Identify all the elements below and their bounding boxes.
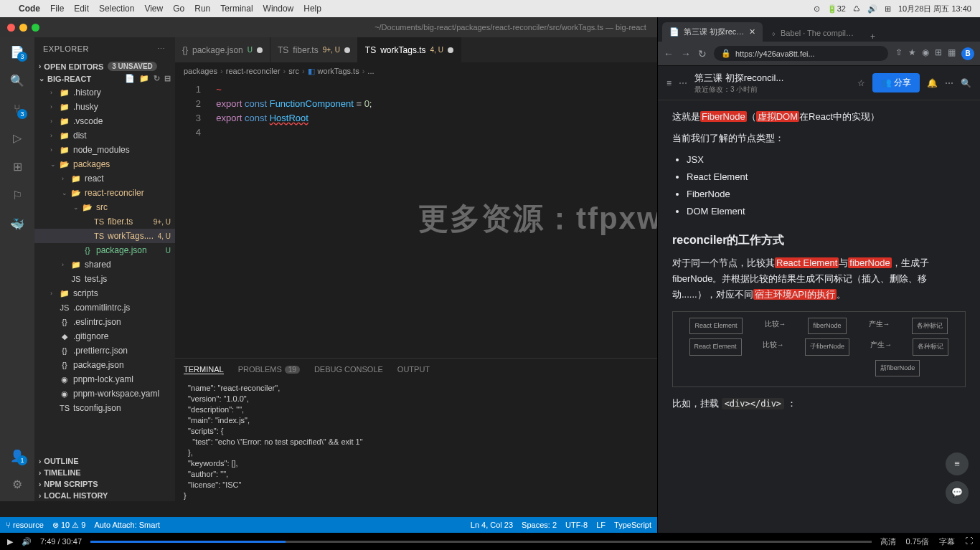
extensions-icon[interactable]: ⊞ bbox=[9, 158, 26, 175]
project-section[interactable]: ⌄BIG-REACT 📄📁↻⊟ bbox=[34, 72, 175, 85]
menu-terminal[interactable]: Terminal bbox=[220, 4, 253, 14]
menu-window[interactable]: Window bbox=[263, 4, 294, 14]
terminal-tab[interactable]: TERMINAL bbox=[184, 365, 224, 374]
docker-icon[interactable]: 🐳 bbox=[9, 215, 26, 232]
back-icon[interactable]: ← bbox=[664, 48, 674, 60]
open-editors-section[interactable]: ›OPEN EDITORS 3 UNSAVED bbox=[34, 60, 175, 72]
tree-item[interactable]: ⌄📂src bbox=[34, 200, 175, 214]
tree-item[interactable]: ›📁dist bbox=[34, 128, 175, 143]
play-button[interactable]: ▶ bbox=[7, 537, 13, 546]
status-spaces[interactable]: Spaces: 2 bbox=[522, 521, 557, 529]
extension-icon[interactable]: ⊞ bbox=[935, 47, 942, 60]
local-history-section[interactable]: ›LOCAL HISTORY bbox=[34, 490, 175, 501]
tree-item[interactable]: ›📁.husky bbox=[34, 100, 175, 114]
menu-run[interactable]: Run bbox=[194, 4, 210, 14]
browser-tab[interactable]: ⬨Babel · The compiler for... bbox=[764, 24, 864, 42]
menu-edit[interactable]: Edit bbox=[74, 4, 89, 14]
volume-icon[interactable]: 🔊 bbox=[867, 4, 877, 14]
menu-file[interactable]: File bbox=[50, 4, 64, 14]
status-eol[interactable]: LF bbox=[596, 521, 606, 529]
close-window-icon[interactable] bbox=[7, 24, 15, 32]
status-branch[interactable]: ⑂ resource bbox=[6, 521, 44, 529]
extension-icon[interactable]: ★ bbox=[908, 47, 916, 60]
new-folder-icon[interactable]: 📁 bbox=[139, 74, 149, 83]
minimize-window-icon[interactable] bbox=[19, 24, 27, 32]
tree-item[interactable]: ›📁scripts bbox=[34, 286, 175, 300]
tree-item[interactable]: ⌄📂packages bbox=[34, 157, 175, 171]
url-bar[interactable]: 🔒https://y426ava8tt.fei... bbox=[714, 46, 888, 61]
doc-search-icon[interactable]: 🔍 bbox=[961, 78, 971, 88]
tree-item[interactable]: ›📁.history bbox=[34, 85, 175, 100]
refresh-icon[interactable]: ↻ bbox=[154, 74, 160, 83]
tree-item[interactable]: TSfiber.ts9+, U bbox=[34, 214, 175, 229]
editor-tab[interactable]: {}package.jsonU bbox=[175, 37, 270, 62]
status-auto-attach[interactable]: Auto Attach: Smart bbox=[94, 521, 160, 529]
output-tab[interactable]: OUTPUT bbox=[397, 365, 430, 374]
video-quality[interactable]: 高清 bbox=[880, 536, 896, 547]
settings-icon[interactable]: ⚙ bbox=[9, 475, 26, 493]
status-cursor[interactable]: Ln 4, Col 23 bbox=[471, 521, 513, 529]
tree-item[interactable]: ◉pnpm-workspace.yaml bbox=[34, 387, 175, 401]
explorer-icon[interactable]: 📄3 bbox=[9, 43, 26, 60]
comment-button[interactable]: 💬 bbox=[946, 481, 969, 504]
editor-tab[interactable]: TSfiber.ts9+, U bbox=[270, 37, 358, 62]
wifi-icon[interactable]: ⊙ bbox=[814, 4, 820, 14]
status-errors[interactable]: ⊗ 10 ⚠ 9 bbox=[52, 521, 86, 530]
bluetooth-icon[interactable]: ♺ bbox=[853, 4, 860, 14]
close-tab-icon[interactable]: ✕ bbox=[749, 27, 755, 37]
video-subtitle[interactable]: 字幕 bbox=[939, 536, 955, 547]
tree-item[interactable]: ⌄📂react-reconciler bbox=[34, 186, 175, 200]
tree-item[interactable]: {}package.json bbox=[34, 358, 175, 372]
run-debug-icon[interactable]: ▷ bbox=[9, 129, 26, 146]
timeline-section[interactable]: ›TIMELINE bbox=[34, 467, 175, 478]
extension-icon[interactable]: ▦ bbox=[948, 47, 956, 60]
share-icon[interactable]: ⇧ bbox=[895, 47, 903, 60]
source-control-icon[interactable]: ⑂3 bbox=[9, 100, 26, 118]
tree-item[interactable]: {}.eslintrc.json bbox=[34, 315, 175, 329]
tree-item[interactable]: TSworkTags....4, U bbox=[34, 229, 175, 243]
video-progress[interactable] bbox=[90, 541, 871, 543]
app-name[interactable]: Code bbox=[19, 4, 40, 14]
tree-item[interactable]: ›📁shared bbox=[34, 257, 175, 272]
bookmark-icon[interactable]: ⚐ bbox=[9, 186, 26, 204]
menu-selection[interactable]: Selection bbox=[99, 4, 134, 14]
tree-item[interactable]: {}.prettierrc.json bbox=[34, 343, 175, 358]
tree-item[interactable]: ›📁.vscode bbox=[34, 114, 175, 128]
forward-icon[interactable]: → bbox=[681, 48, 691, 60]
menu-go[interactable]: Go bbox=[173, 4, 184, 14]
problems-tab[interactable]: PROBLEMS19 bbox=[238, 365, 300, 374]
tree-item[interactable]: ›📁react bbox=[34, 171, 175, 186]
collapse-icon[interactable]: ⊟ bbox=[164, 74, 171, 83]
toc-button[interactable]: ≡ bbox=[946, 452, 969, 475]
browser-tab-active[interactable]: 📄第三课 初探reconciler - ...✕ bbox=[662, 22, 763, 42]
tree-item[interactable]: ◉pnpm-lock.yaml bbox=[34, 372, 175, 387]
tree-item[interactable]: ◆.gitignore bbox=[34, 329, 175, 343]
reload-icon[interactable]: ↻ bbox=[698, 48, 707, 60]
search-icon[interactable]: 🔍 bbox=[9, 72, 26, 89]
star-icon[interactable]: ☆ bbox=[857, 78, 865, 88]
tree-item[interactable]: JS.commitlintrc.js bbox=[34, 300, 175, 315]
npm-scripts-section[interactable]: ›NPM SCRIPTS bbox=[34, 478, 175, 490]
extension-icon[interactable]: ◉ bbox=[922, 47, 929, 60]
debug-console-tab[interactable]: DEBUG CONSOLE bbox=[314, 365, 383, 374]
fullscreen-icon[interactable]: ⛶ bbox=[965, 536, 973, 547]
notification-icon[interactable]: 🔔 bbox=[927, 78, 938, 88]
volume-button[interactable]: 🔊 bbox=[22, 537, 32, 546]
doc-menu-icon[interactable]: ≡ bbox=[666, 78, 672, 88]
clock[interactable]: 10月28日 周五 13:40 bbox=[898, 4, 971, 14]
outline-section[interactable]: ›OUTLINE bbox=[34, 455, 175, 467]
share-button[interactable]: 👥 分享 bbox=[872, 73, 920, 93]
maximize-window-icon[interactable] bbox=[32, 24, 39, 32]
status-language[interactable]: TypeScript bbox=[614, 521, 651, 529]
control-center-icon[interactable]: ⊞ bbox=[885, 4, 891, 14]
menu-view[interactable]: View bbox=[144, 4, 163, 14]
battery-icon[interactable]: 🔋32 bbox=[827, 4, 846, 14]
sidebar-more-icon[interactable]: ⋯ bbox=[157, 44, 166, 54]
tree-item[interactable]: TStsconfig.json bbox=[34, 401, 175, 415]
tree-item[interactable]: ›📁node_modules bbox=[34, 143, 175, 157]
tree-item[interactable]: JStest.js bbox=[34, 272, 175, 286]
status-encoding[interactable]: UTF-8 bbox=[565, 521, 588, 529]
menu-help[interactable]: Help bbox=[303, 4, 321, 14]
new-file-icon[interactable]: 📄 bbox=[125, 74, 135, 83]
doc-content[interactable]: 这就是FiberNode（虚拟DOM在React中的实现） 当前我们了解的节点类… bbox=[658, 100, 980, 533]
